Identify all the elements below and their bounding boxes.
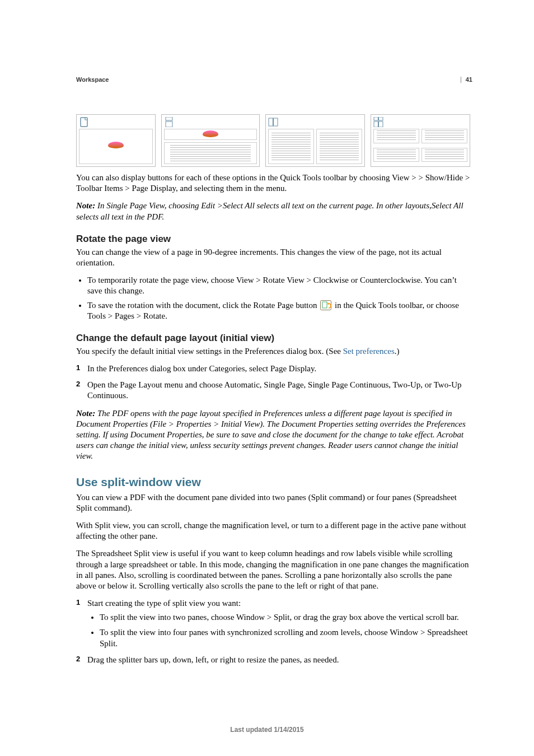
intro-paragraph: You can also display buttons for each of… [76,172,472,194]
rotate-bullet-temp: To temporarily rotate the page view, cho… [87,275,472,296]
preview-two-up-continuous [371,114,470,167]
note-initial-view: Note: The PDF opens with the page layout… [76,408,472,462]
link-set-preferences[interactable]: Set preferences [343,347,395,356]
breadcrumb: Workspace [76,76,109,83]
note-label: Note: [76,409,97,418]
note-body: The PDF opens with the page layout speci… [76,409,466,461]
preview-single-page-continuous [161,114,260,167]
layout-intro: You specify the default initial view set… [76,346,472,357]
svg-rect-0 [81,118,87,127]
rotate-bullet-save: To save the rotation with the document, … [87,300,472,321]
layout-steps: In the Preferences dialog box under Cate… [76,363,472,402]
svg-rect-4 [274,118,278,126]
svg-rect-1 [166,117,172,120]
heading-rotate-page-view: Rotate the page view [76,234,472,245]
layout-step-1: In the Preferences dialog box under Cate… [87,363,472,374]
svg-rect-2 [166,122,172,127]
note-label: Note: [76,201,97,210]
two-up-continuous-icon [373,117,383,127]
split-step-2: Drag the splitter bars up, down, left, o… [87,655,472,665]
svg-rect-8 [379,122,383,127]
split-p1: You can view a PDF with the document pan… [76,492,472,514]
split-step-1-subbullets: To split the view into two panes, choose… [87,612,472,649]
page-number: 41 [466,77,472,83]
single-page-icon [79,117,89,127]
layout-intro-post: .) [395,347,400,356]
split-p2: With Split view, you can scroll, change … [76,520,472,542]
svg-rect-10 [322,302,327,308]
preview-single-page [76,114,156,167]
note-single-page-select-all: Note: In Single Page View, choosing Edit… [76,200,472,222]
split-p3: The Spreadsheet Split view is useful if … [76,548,472,591]
split-steps: Start creating the type of split view yo… [76,598,472,665]
split-sub-two-panes: To split the view into two panes, choose… [100,612,472,623]
rotate-bullets: To temporarily rotate the page view, cho… [76,275,472,321]
heading-split-window-view: Use split-window view [76,475,472,489]
rotate-page-icon [320,300,331,310]
page-number-wrap: 41 [461,77,472,83]
split-step-1: Start creating the type of split view yo… [87,598,472,649]
layout-intro-pre: You specify the default initial view set… [76,347,343,356]
split-sub-four-panes: To split the view into four panes with s… [100,627,472,648]
two-up-icon [268,117,278,127]
layout-step-2: Open the Page Layout menu and choose Aut… [87,380,472,401]
split-step-1-intro: Start creating the type of split view yo… [87,599,241,608]
svg-rect-3 [269,118,273,126]
note-body: In Single Page View, choosing Edit >Sele… [76,201,463,221]
svg-rect-6 [379,117,383,120]
single-page-continuous-icon [164,117,174,127]
heading-default-layout: Change the default page layout (initial … [76,333,472,344]
rotate-intro: You can change the view of a page in 90-… [76,247,472,268]
rotate-bullet-save-pre: To save the rotation with the document, … [87,301,319,310]
svg-rect-7 [374,122,378,127]
footer-last-updated: Last updated 1/14/2015 [0,726,534,734]
page-layout-previews [76,114,472,167]
preview-two-up [265,114,365,167]
svg-rect-5 [374,117,378,120]
